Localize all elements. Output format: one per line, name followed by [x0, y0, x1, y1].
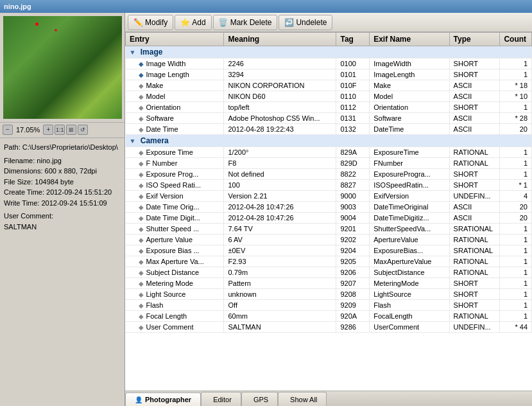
table-row[interactable]: ◆Aperture Value 6 AV 9202 ApertureValue … — [126, 234, 532, 245]
row-bullet: ◆ — [139, 280, 144, 287]
cell-type: RATIONAL — [449, 234, 500, 245]
table-row[interactable]: ◆Metering Mode Pattern 9207 MeteringMode… — [126, 278, 532, 289]
mark-delete-icon: 🗑️ — [219, 18, 228, 27]
cell-tag: 9209 — [336, 300, 370, 311]
row-bullet: ◆ — [139, 182, 144, 189]
cell-meaning: F8 — [224, 158, 336, 169]
cell-type: RATIONAL — [449, 267, 500, 278]
tab-label: Show All — [290, 396, 317, 403]
table-row[interactable]: ◆Shutter Speed ... 7.64 TV 9201 ShutterS… — [126, 224, 532, 234]
cell-exifname: DateTime — [370, 124, 449, 135]
cell-type: UNDEFIN... — [449, 322, 500, 333]
tab-editor[interactable]: Editor — [201, 392, 241, 406]
table-row[interactable]: ◆Flash Off 9209 Flash SHORT 1 — [126, 300, 532, 311]
zoom-1to1-button[interactable]: 1:1 — [55, 125, 65, 135]
cell-count: 1 — [500, 147, 532, 158]
table-row[interactable]: ◆User Comment SALTMAN 9286 UserComment U… — [126, 322, 532, 333]
table-row[interactable]: ◆Focal Length 60mm 920A FocalLength RATI… — [126, 311, 532, 322]
table-row[interactable]: ◆Image Length 3294 0101 ImageLength SHOR… — [126, 69, 532, 80]
cell-entry: ◆Date Time — [126, 124, 224, 135]
cell-entry: ◆Model — [126, 91, 224, 102]
col-type: Type — [449, 33, 500, 46]
table-row[interactable]: ◆Light Source unknown 9208 LightSource S… — [126, 289, 532, 300]
mark-delete-button[interactable]: 🗑️ Mark Delete — [213, 15, 278, 30]
table-row[interactable]: ◆Date Time Orig... 2012-04-28 10:47:26 9… — [126, 202, 532, 213]
cell-tag: 9201 — [336, 224, 370, 234]
table-row[interactable]: ◆ISO Speed Rati... 100 8827 ISOSpeedRati… — [126, 180, 532, 191]
cell-exifname: Model — [370, 91, 449, 102]
table-row[interactable]: ◆Max Aperture Va... F2.93 9205 MaxApertu… — [126, 256, 532, 267]
undelete-button[interactable]: ↩️ Undelete — [279, 15, 332, 30]
cell-exifname: ExifVersion — [370, 191, 449, 202]
row-bullet: ◆ — [139, 171, 144, 178]
table-row[interactable]: ◆Exposure Prog... Not defined 8822 Expos… — [126, 169, 532, 180]
undelete-label: Undelete — [296, 18, 327, 27]
tab-label: GPS — [253, 396, 268, 403]
cell-type: RATIONAL — [449, 147, 500, 158]
section-expand-icon[interactable]: ▼ — [130, 137, 136, 145]
table-row[interactable]: ◆Image Width 2246 0100 ImageWidth SHORT … — [126, 58, 532, 69]
cell-entry: ◆Software — [126, 113, 224, 124]
tab-photographer[interactable]: 👤Photographer — [125, 393, 201, 406]
zoom-fit-button[interactable]: ⊞ — [66, 125, 76, 135]
cell-count: 1 — [500, 234, 532, 245]
cell-type: ASCII — [449, 213, 500, 224]
cell-tag: 9000 — [336, 191, 370, 202]
section-expand-icon[interactable]: ▼ — [130, 49, 136, 56]
cell-type: ASCII — [449, 91, 500, 102]
cell-exifname: ImageWidth — [370, 58, 449, 69]
tab-show-all[interactable]: Show All — [278, 392, 327, 406]
tab-gps[interactable]: GPS — [241, 392, 278, 406]
cell-type: RATIONAL — [449, 256, 500, 267]
cell-entry: ◆Aperture Value — [126, 234, 224, 245]
cell-entry: ◆Make — [126, 80, 224, 91]
table-row[interactable]: ◆Exif Version Version 2.21 9000 ExifVers… — [126, 191, 532, 202]
table-row[interactable]: ◆Exposure Time 1/200° 829A ExposureTime … — [126, 147, 532, 158]
add-icon: ⭐ — [180, 18, 189, 27]
zoom-in-button[interactable]: + — [43, 125, 53, 135]
cell-exifname: UserComment — [370, 322, 449, 333]
cell-count: * 10 — [500, 91, 532, 102]
cell-type: SRATIONAL — [449, 245, 500, 256]
section-label: ▼ Image — [126, 46, 532, 58]
cell-exifname: SubjectDistance — [370, 267, 449, 278]
exif-table-container[interactable]: Entry Meaning Tag Exif Name Type Count ▼… — [125, 32, 532, 391]
cell-count: * 44 — [500, 322, 532, 333]
table-row[interactable]: ◆Date Time Digit... 2012-04-28 10:47:26 … — [126, 213, 532, 224]
info-panel: Path: C:\Users\Proprietario\Desktop\ Fil… — [0, 139, 124, 406]
table-row[interactable]: ◆F Number F8 829D FNumber RATIONAL 1 — [126, 158, 532, 169]
cell-entry: ◆F Number — [126, 158, 224, 169]
zoom-out-button[interactable]: − — [3, 125, 13, 135]
cell-meaning: 2012-04-28 19:22:43 — [224, 124, 336, 135]
cell-meaning: 2246 — [224, 58, 336, 69]
table-row[interactable]: ◆Exposure Bias ... ±0EV 9204 ExposureBia… — [126, 245, 532, 256]
cell-exifname: MaxApertureValue — [370, 256, 449, 267]
table-row[interactable]: ◆Date Time 2012-04-28 19:22:43 0132 Date… — [126, 124, 532, 135]
modify-button[interactable]: ✏️ Modify — [128, 15, 173, 30]
modify-icon: ✏️ — [133, 18, 142, 27]
cell-entry: ◆Metering Mode — [126, 278, 224, 289]
cell-type: ASCII — [449, 202, 500, 213]
table-row[interactable]: ◆Subject Distance 0.79m 9206 SubjectDist… — [126, 267, 532, 278]
cell-meaning: 100 — [224, 180, 336, 191]
createtime-label: Create Time: 2012-09-24 15:51:20 — [4, 187, 121, 198]
add-button[interactable]: ⭐ Add — [175, 15, 211, 30]
cell-entry: ◆ISO Speed Rati... — [126, 180, 224, 191]
cell-tag: 0100 — [336, 58, 370, 69]
table-row[interactable]: ◆Software Adobe Photoshop CS5 Win... 013… — [126, 113, 532, 124]
cell-tag: 9207 — [336, 278, 370, 289]
zoom-refresh-button[interactable]: ↺ — [78, 125, 88, 135]
exif-table: Entry Meaning Tag Exif Name Type Count ▼… — [125, 32, 532, 333]
cell-entry: ◆Subject Distance — [126, 267, 224, 278]
table-row[interactable]: ◆Model NIKON D60 0110 Model ASCII * 10 — [126, 91, 532, 102]
cell-tag: 9206 — [336, 267, 370, 278]
section-label: ▼ Camera — [126, 135, 532, 147]
cell-exifname: DateTimeOriginal — [370, 202, 449, 213]
cell-count: 1 — [500, 300, 532, 311]
table-row[interactable]: ◆Orientation top/left 0112 Orientation S… — [126, 102, 532, 113]
row-bullet: ◆ — [139, 115, 144, 122]
cell-count: 1 — [500, 224, 532, 234]
cell-tag: 829A — [336, 147, 370, 158]
row-bullet: ◆ — [139, 204, 144, 211]
table-row[interactable]: ◆Make NIKON CORPORATION 010F Make ASCII … — [126, 80, 532, 91]
